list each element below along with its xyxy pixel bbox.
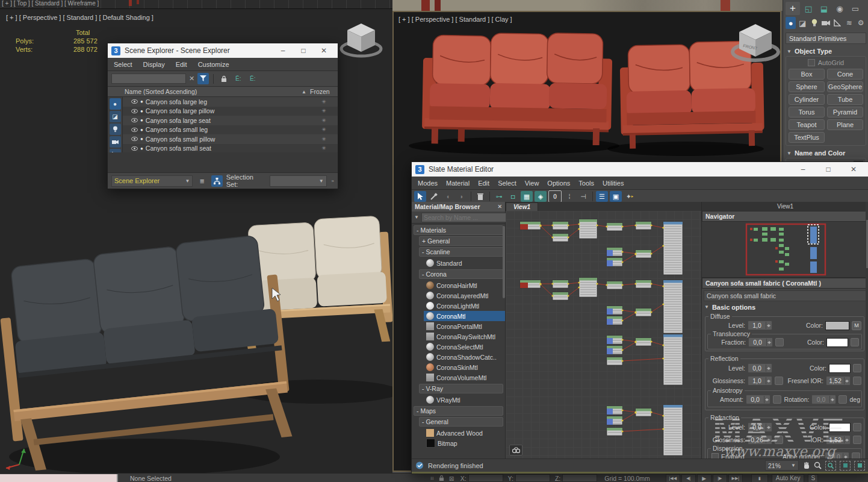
navigator-header[interactable]: Navigator — [702, 211, 868, 222]
browser-item[interactable]: Advanced Wood — [424, 428, 505, 438]
frozen-toggle-icon[interactable]: ✳ — [310, 99, 338, 105]
menu-item[interactable]: Utilities — [603, 180, 624, 187]
frozen-toggle-icon[interactable]: ✳ — [310, 108, 338, 114]
explorer-row[interactable]: ● Canyon sofa large pillow ✳ — [123, 107, 338, 116]
selection-lock-icon[interactable] — [439, 475, 444, 481]
object-name[interactable]: Canyon sofa small seat — [146, 145, 211, 152]
browser-item[interactable]: - General — [419, 417, 503, 427]
reflection-glossiness-spinner[interactable]: 1,0 — [748, 376, 772, 386]
modify-tab-icon[interactable]: ◱ — [801, 2, 816, 15]
scene-explorer-titlebar[interactable]: 3 Scene Explorer - Scene Explorer – □ ✕ — [108, 43, 338, 58]
selectable-dot-icon[interactable]: ● — [140, 99, 143, 104]
viewcube[interactable] — [337, 20, 385, 62]
browser-item[interactable]: CoronaVolumeMtl — [424, 372, 505, 383]
autogrid-checkbox[interactable] — [808, 59, 815, 66]
show-maps-icon[interactable]: ◈ — [535, 191, 547, 202]
close-button[interactable]: ✕ — [843, 165, 864, 174]
maxscript-mini-listener[interactable] — [0, 474, 118, 482]
refraction-color-map-button[interactable] — [853, 423, 861, 431]
cameras-filter-icon[interactable] — [110, 136, 121, 148]
filter-funnel-icon[interactable] — [197, 73, 209, 84]
slate-titlebar[interactable]: 3 Slate Material Editor – □ ✕ — [412, 162, 868, 177]
translucency-color-swatch[interactable] — [826, 338, 848, 347]
maximize-button[interactable]: □ — [293, 46, 314, 55]
play-button[interactable]: ▶ — [697, 474, 711, 482]
reflection-color-map-button[interactable] — [853, 364, 861, 372]
helpers-category-icon[interactable] — [832, 17, 843, 29]
pan-hand-icon[interactable] — [802, 462, 810, 470]
anisotropy-rotation-map-button[interactable] — [839, 395, 847, 404]
browser-item[interactable]: Bitmap — [424, 438, 505, 448]
tool-icon-disabled[interactable]: ◖ — [442, 191, 454, 202]
frozen-toggle-icon[interactable]: ✳ — [310, 127, 338, 133]
frozen-column-header[interactable]: Frozen — [306, 88, 338, 95]
viewport-label[interactable]: [ + ] [ Perspective ] [ Standard ] [ Def… — [6, 14, 153, 21]
diffuse-level-spinner[interactable]: 1,0 — [748, 321, 772, 330]
hierarchy-view-icon[interactable] — [211, 175, 223, 187]
explorer-search-input[interactable] — [111, 74, 186, 84]
material-parameter-editor-icon[interactable]: ☰ — [596, 191, 608, 202]
browser-search-input[interactable] — [421, 213, 507, 222]
close-button[interactable]: ✕ — [314, 46, 334, 55]
explorer-row[interactable]: ● Canyon sofa large leg ✳ — [123, 97, 338, 107]
display-all-filter-icon[interactable]: ● — [110, 98, 121, 110]
fresnel-ior-map-button[interactable] — [853, 377, 861, 385]
zoom-extents-selected-icon[interactable] — [854, 461, 865, 471]
browser-item[interactable]: - Scanline — [419, 247, 503, 257]
layout-direction-icon[interactable]: ⊣ — [577, 191, 589, 202]
translucency-color-map-button[interactable] — [851, 338, 859, 346]
assign-material-icon[interactable]: ◘ — [507, 191, 519, 202]
selectable-dot-icon[interactable]: ● — [140, 117, 143, 123]
refraction-ior-map-button[interactable] — [853, 436, 861, 444]
object-name[interactable]: Canyon sofa large pillow — [146, 107, 214, 114]
material-params-header[interactable]: Canyon sofa small fabric ( CoronaMtl ) — [702, 278, 868, 289]
reflection-level-spinner[interactable]: 0,0 — [748, 363, 772, 373]
menu-item[interactable]: View — [525, 180, 539, 187]
explorer-row[interactable]: ● Canyon sofa small leg ✳ — [123, 125, 338, 135]
object-type-rollout-header[interactable]: ▼ Object Type — [786, 46, 866, 56]
z-coordinate-field[interactable] — [562, 474, 597, 482]
browser-item[interactable]: - Corona — [419, 269, 503, 279]
reflection-glossiness-map-button[interactable] — [775, 377, 783, 385]
browser-scrollbar[interactable] — [503, 226, 505, 298]
selectable-dot-icon[interactable]: ● — [140, 136, 143, 142]
object-type-button[interactable]: Cylinder — [789, 94, 825, 105]
browser-item[interactable]: + General — [419, 236, 503, 246]
footer-overflow-icon[interactable]: » — [332, 178, 334, 184]
frozen-toggle-icon[interactable]: ✳ — [310, 145, 338, 151]
params-scrollbar[interactable] — [866, 202, 868, 459]
browser-item[interactable]: - Materials — [414, 225, 503, 235]
refraction-glossiness-spinner[interactable]: 0,26 — [748, 435, 772, 445]
shapes-category-icon[interactable]: ◪ — [797, 17, 807, 29]
maximize-button[interactable]: □ — [818, 165, 839, 174]
menu-item[interactable]: Material — [446, 180, 470, 187]
preview-dots-icon[interactable]: ⁞ — [563, 191, 575, 202]
clear-search-icon[interactable]: ✕ — [189, 75, 194, 83]
visibility-eye-icon[interactable] — [131, 117, 138, 123]
move-children-icon[interactable]: ⊶ — [493, 191, 505, 202]
pick-material-eyedropper-icon[interactable] — [428, 191, 440, 202]
geometry-category-icon[interactable]: ● — [786, 17, 796, 29]
menu-item[interactable]: Customize — [198, 61, 229, 68]
select-tool-icon[interactable] — [414, 191, 426, 202]
top-viewport-label[interactable]: [ + ] [ Top ] [ Standard ] [ Wireframe ] — [2, 0, 99, 7]
anisotropy-rotation-spinner[interactable]: 0,0 — [811, 395, 836, 404]
explorer-row[interactable]: ● Canyon sofa large seat ✳ — [123, 116, 338, 125]
name-and-color-rollout-header[interactable]: ▼ Name and Color — [786, 148, 866, 158]
tool-icon-disabled[interactable]: ◗ — [456, 191, 468, 202]
object-type-button[interactable]: TextPlus — [789, 132, 825, 143]
auto-key-button[interactable]: Auto Key — [772, 474, 805, 482]
motion-tab-icon[interactable]: ◉ — [832, 2, 847, 15]
frozen-toggle-icon[interactable]: ✳ — [310, 117, 338, 124]
visibility-eye-icon[interactable] — [131, 108, 138, 114]
systems-category-icon[interactable]: ⚙ — [856, 17, 866, 29]
collapse-tree-icon[interactable]: Ē: — [247, 73, 258, 84]
zero-sample-icon[interactable]: 0 — [548, 190, 562, 202]
delete-selected-icon[interactable] — [474, 191, 486, 202]
fresnel-ior-spinner[interactable]: 1,52 — [826, 376, 851, 386]
browser-item[interactable]: VRayMtl — [424, 395, 505, 405]
refraction-ior-spinner[interactable]: 1,52 — [826, 435, 851, 445]
object-type-button[interactable]: Teapot — [789, 119, 825, 130]
diffuse-map-button[interactable]: M — [852, 321, 861, 330]
visibility-eye-icon[interactable] — [131, 136, 138, 142]
